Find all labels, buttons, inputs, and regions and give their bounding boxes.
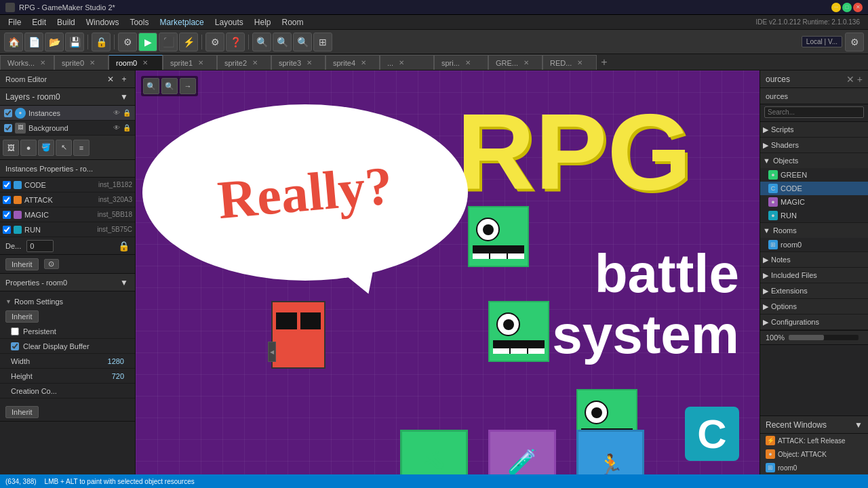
tab-sprite2-close[interactable]: ✕ bbox=[252, 59, 258, 66]
toolbar-debug-button[interactable]: ⚡ bbox=[179, 33, 198, 52]
layer-tool-circle[interactable]: ● bbox=[20, 140, 37, 156]
menu-windows[interactable]: Windows bbox=[81, 16, 125, 28]
recent-windows-header[interactable]: Recent Windows ▼ bbox=[760, 416, 868, 434]
layer-tool-select[interactable]: ↖ bbox=[56, 140, 72, 156]
close-button[interactable]: ✕ bbox=[853, 3, 863, 12]
maximize-button[interactable]: □ bbox=[842, 3, 852, 12]
inherit-button[interactable]: Inherit bbox=[5, 258, 39, 270]
layer-background-eye-icon[interactable]: 👁 bbox=[113, 124, 120, 131]
canvas-zoom-icon[interactable]: 🔍 bbox=[143, 78, 159, 94]
toolbar-home-button[interactable]: 🏠 bbox=[4, 33, 23, 52]
options-section-header[interactable]: ▶ Options bbox=[760, 299, 868, 314]
layer-tool-more[interactable]: ≡ bbox=[73, 140, 90, 156]
tab-gre-close[interactable]: ✕ bbox=[524, 59, 529, 66]
search-input[interactable] bbox=[764, 106, 864, 118]
toolbar-lock-button[interactable]: 🔒 bbox=[92, 33, 111, 52]
layer-instances-checkbox[interactable] bbox=[4, 109, 12, 117]
included-files-section-header[interactable]: ▶ Included Files bbox=[760, 268, 868, 283]
layers-expand-button[interactable]: ▼ bbox=[119, 92, 130, 102]
persistent-checkbox[interactable] bbox=[11, 327, 19, 336]
instance-run-row[interactable]: RUN inst_5B75C bbox=[0, 222, 135, 237]
tab-spri[interactable]: spri... ✕ bbox=[434, 55, 488, 70]
resources-add-button[interactable]: + bbox=[857, 74, 863, 85]
eye-icon[interactable]: 👁 bbox=[113, 109, 120, 117]
tab-workspaces-close[interactable]: ✕ bbox=[40, 59, 45, 66]
layer-instances[interactable]: ● Instances 👁 🔒 bbox=[0, 106, 135, 121]
menu-tools[interactable]: Tools bbox=[124, 16, 154, 28]
toolbar-settings2-button[interactable]: ⚙ bbox=[845, 33, 864, 52]
object-run[interactable]: ● RUN bbox=[760, 209, 868, 222]
menu-layouts[interactable]: Layouts bbox=[210, 16, 249, 28]
tab-room0-close[interactable]: ✕ bbox=[142, 59, 148, 66]
tab-more-close[interactable]: ✕ bbox=[399, 59, 404, 66]
layer-background-lock-icon[interactable]: 🔒 bbox=[123, 124, 131, 131]
toolbar-open-button[interactable]: 📂 bbox=[45, 33, 64, 52]
menu-room[interactable]: Room bbox=[277, 16, 309, 28]
tab-sprite3-close[interactable]: ✕ bbox=[307, 59, 312, 66]
run-button-sprite[interactable]: 🏃 RUN bbox=[576, 430, 644, 474]
menu-help[interactable]: Help bbox=[249, 16, 277, 28]
scripts-section-header[interactable]: ▶ Scripts bbox=[760, 122, 868, 137]
minimize-button[interactable]: ─ bbox=[831, 3, 841, 12]
toolbar-prefs-button[interactable]: ⚙ bbox=[205, 33, 224, 52]
toolbar-zoom-in-button[interactable]: 🔍 bbox=[273, 33, 292, 52]
attack-button-sprite[interactable]: 🗡 Attack bbox=[400, 430, 468, 474]
tab-sprite2[interactable]: sprite2 ✕ bbox=[217, 55, 271, 70]
resources-close-button[interactable]: ✕ bbox=[846, 74, 854, 85]
left-panel-collapse-button[interactable]: ◀ bbox=[268, 342, 276, 362]
tab-sprite4[interactable]: sprite4 ✕ bbox=[326, 55, 380, 70]
lock-icon[interactable]: 🔒 bbox=[123, 109, 131, 117]
clear-display-buffer-checkbox[interactable] bbox=[11, 342, 19, 350]
zoom-slider[interactable] bbox=[789, 335, 859, 340]
toolbar-grid-button[interactable]: ⊞ bbox=[313, 33, 332, 52]
objects-section-header[interactable]: ▼ Objects bbox=[760, 153, 868, 168]
tab-sprite1-close[interactable]: ✕ bbox=[198, 59, 203, 66]
bottom-inherit-button[interactable]: Inherit bbox=[5, 406, 39, 418]
object-code[interactable]: C CODE bbox=[760, 182, 868, 195]
layer-tool-image[interactable]: 🖼 bbox=[3, 140, 19, 156]
object-magic[interactable]: ● MAGIC bbox=[760, 195, 868, 209]
toolbar-help-button[interactable]: ❓ bbox=[226, 33, 245, 52]
instance-magic-row[interactable]: MAGIC inst_5BB18 bbox=[0, 207, 135, 222]
instance-code-row[interactable]: CODE inst_1B182 bbox=[0, 178, 135, 192]
configurations-section-header[interactable]: ▶ Configurations bbox=[760, 314, 868, 329]
menu-edit[interactable]: Edit bbox=[26, 16, 52, 28]
room-editor-close-button[interactable]: ✕ bbox=[105, 74, 116, 85]
tab-sprite0[interactable]: sprite0 ✕ bbox=[54, 55, 108, 70]
tab-red-close[interactable]: ✕ bbox=[577, 59, 583, 66]
instance-run-checkbox[interactable] bbox=[3, 226, 11, 234]
menu-marketplace[interactable]: Marketplace bbox=[154, 16, 209, 28]
tab-spri-close[interactable]: ✕ bbox=[465, 59, 471, 66]
layer-background[interactable]: 🖼 Background 👁 🔒 bbox=[0, 121, 135, 136]
menu-file[interactable]: File bbox=[3, 16, 26, 28]
tab-sprite3[interactable]: sprite3 ✕ bbox=[271, 55, 326, 70]
tab-gre[interactable]: GRE... ✕ bbox=[488, 55, 542, 70]
notes-section-header[interactable]: ▶ Notes bbox=[760, 252, 868, 267]
recent-item-2[interactable]: ⊞ room0 bbox=[760, 461, 868, 474]
room-editor-add-button[interactable]: + bbox=[119, 74, 130, 85]
toolbar-save-button[interactable]: 💾 bbox=[65, 33, 84, 52]
toolbar-new-button[interactable]: 📄 bbox=[24, 33, 43, 52]
tab-more[interactable]: ... ✕ bbox=[380, 55, 434, 70]
tab-sprite4-close[interactable]: ✕ bbox=[361, 59, 366, 66]
layer-background-checkbox[interactable] bbox=[4, 124, 12, 132]
rooms-section-header[interactable]: ▼ Rooms bbox=[760, 223, 868, 238]
toolbar-zoom-fit-button[interactable]: 🔍 bbox=[293, 33, 312, 52]
room-settings-header[interactable]: ▼ Room Settings bbox=[0, 294, 135, 309]
extensions-section-header[interactable]: ▶ Extensions bbox=[760, 283, 868, 298]
toolbar-stop-button[interactable]: ⬛ bbox=[159, 33, 178, 52]
toolbar-settings-button[interactable]: ⚙ bbox=[118, 33, 137, 52]
canvas-area[interactable]: Really? RPG battle system bbox=[136, 70, 760, 474]
lock-icon2[interactable]: 🔒 bbox=[118, 241, 130, 251]
magic-button-sprite[interactable]: 🧪 MAGIC bbox=[488, 430, 556, 474]
canvas-search-icon[interactable]: 🔍 bbox=[161, 78, 178, 94]
inherit-circle-button[interactable]: ⊙ bbox=[44, 259, 59, 269]
shaders-section-header[interactable]: ▶ Shaders bbox=[760, 138, 868, 152]
canvas-arrow-icon[interactable]: → bbox=[180, 78, 196, 94]
instance-code-checkbox[interactable] bbox=[3, 181, 11, 189]
layer-tool-fill[interactable]: 🪣 bbox=[38, 140, 54, 156]
instance-attack-checkbox[interactable] bbox=[3, 196, 11, 204]
room-settings-inherit-button[interactable]: Inherit bbox=[5, 310, 39, 323]
object-green[interactable]: ● GREEN bbox=[760, 168, 868, 182]
recent-item-1[interactable]: ● Object: ATTACK bbox=[760, 447, 868, 461]
